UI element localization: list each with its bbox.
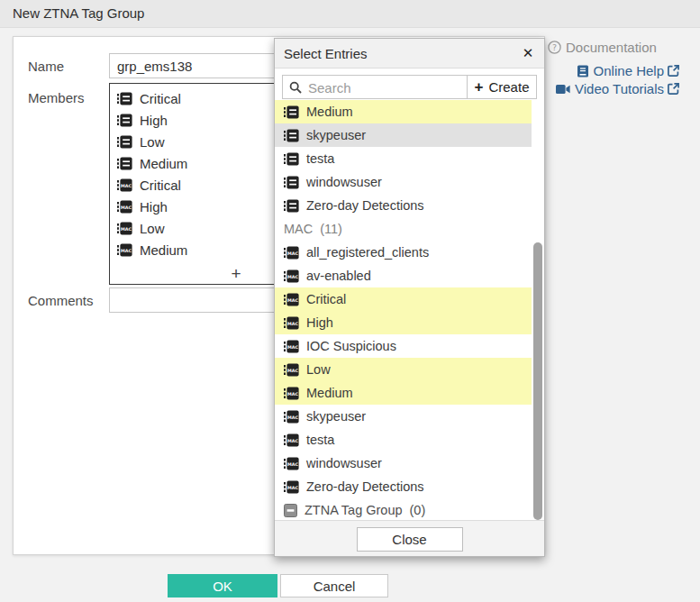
select-entries-popup: Select Entries ✕ + Create Mediumskypeuse… <box>274 38 545 557</box>
page-title: New ZTNA Tag Group <box>13 0 144 27</box>
external-link-icon <box>668 83 679 95</box>
entry-label: Zero-day Detections <box>306 198 424 213</box>
svg-text:MAC: MAC <box>287 297 298 302</box>
entry-row[interactable]: MACMedium <box>275 381 532 405</box>
create-button-label: Create <box>488 79 529 95</box>
svg-text:MAC: MAC <box>287 415 298 419</box>
mac-tag-icon: MAC <box>117 178 132 192</box>
entry-row[interactable]: MACall_registered_clients <box>275 241 532 264</box>
documentation-header-label: Documentation <box>566 40 657 55</box>
entry-label: Critical <box>306 292 346 306</box>
entry-row[interactable]: MACLow <box>275 358 532 381</box>
doc-link-label: Video Tutorials <box>575 81 664 96</box>
member-label: Medium <box>140 156 187 171</box>
entry-row[interactable]: Medium <box>275 100 532 123</box>
external-link-icon <box>668 65 679 77</box>
doc-link-video-tutorials[interactable]: Video Tutorials <box>548 81 679 96</box>
svg-text:?: ? <box>552 42 557 52</box>
entry-label: Medium <box>306 386 353 400</box>
entry-row[interactable]: MACtesta <box>275 428 532 452</box>
mac-tag-icon: MAC <box>284 316 299 330</box>
svg-text:MAC: MAC <box>121 248 132 252</box>
close-button[interactable]: Close <box>357 527 463 552</box>
entry-list: MediumskypeusertestawindowsuserZero-day … <box>275 100 544 522</box>
cancel-button[interactable]: Cancel <box>280 574 388 597</box>
entry-label: windowsuser <box>306 456 382 470</box>
ok-button[interactable]: OK <box>168 574 277 597</box>
plus-icon: + <box>475 79 484 95</box>
ztna-tag-icon <box>284 176 299 189</box>
entry-row[interactable]: windowsuser <box>275 170 532 194</box>
documentation-panel: ? Documentation Online HelpVideo Tutoria… <box>548 40 683 99</box>
mac-tag-icon: MAC <box>284 246 299 260</box>
doc-link-label: Online Help <box>594 63 664 78</box>
scrollbar-thumb[interactable] <box>533 242 542 520</box>
members-label: Members <box>28 90 85 105</box>
doc-link-online-help[interactable]: Online Help <box>548 63 679 78</box>
member-label: High <box>140 199 168 214</box>
add-member-icon[interactable]: + <box>227 265 245 283</box>
mac-tag-icon: MAC <box>284 410 299 424</box>
ztna-tag-icon <box>117 157 132 170</box>
entry-row[interactable]: MACwindowsuser <box>275 452 532 475</box>
group-collapse-icon <box>284 504 297 517</box>
entry-row[interactable]: MACCritical <box>275 287 532 311</box>
entry-section-header: MAC(11) <box>275 217 532 241</box>
entry-label: skypeuser <box>306 409 366 424</box>
member-label: Critical <box>140 178 181 193</box>
ztna-tag-icon <box>284 152 299 166</box>
svg-text:MAC: MAC <box>287 391 298 396</box>
member-label: Low <box>140 221 165 236</box>
svg-text:MAC: MAC <box>287 461 298 466</box>
entry-row[interactable]: Zero-day Detections <box>275 194 532 217</box>
entry-row[interactable]: MACIOC Suspicious <box>275 334 532 358</box>
mac-tag-icon: MAC <box>284 387 299 400</box>
entry-count: (11) <box>320 222 342 236</box>
svg-text:MAC: MAC <box>287 251 298 255</box>
entry-row[interactable]: MACZero-day Detections <box>275 475 532 498</box>
entry-row[interactable]: MACav-enabled <box>275 264 532 287</box>
svg-text:MAC: MAC <box>121 183 132 187</box>
svg-text:MAC: MAC <box>121 226 132 231</box>
entry-row[interactable]: skypeuser <box>275 123 532 147</box>
entry-label: skypeuser <box>306 128 366 142</box>
member-label: High <box>140 113 168 128</box>
entry-row[interactable]: testa <box>275 147 532 170</box>
entry-row[interactable]: ZTNA Tag Group(0) <box>275 498 532 522</box>
entry-label: Low <box>306 362 331 377</box>
entry-row[interactable]: MACHigh <box>275 311 532 334</box>
member-label: Low <box>140 134 165 150</box>
question-circle-icon: ? <box>548 41 561 54</box>
popup-header: Select Entries ✕ <box>275 39 544 68</box>
mac-tag-icon: MAC <box>284 269 299 283</box>
svg-text:MAC: MAC <box>287 321 298 325</box>
mac-tag-icon: MAC <box>284 480 299 494</box>
svg-text:MAC: MAC <box>287 485 298 489</box>
video-camera-icon <box>556 84 570 95</box>
entry-row[interactable]: MACskypeuser <box>275 405 532 428</box>
svg-text:MAC: MAC <box>287 438 298 442</box>
mac-tag-icon: MAC <box>117 243 132 257</box>
mac-tag-icon: MAC <box>284 293 299 306</box>
ztna-tag-icon <box>284 199 299 213</box>
ztna-tag-icon <box>117 92 132 105</box>
mac-tag-icon: MAC <box>117 222 132 235</box>
entry-label: Medium <box>306 105 353 119</box>
entry-label: IOC Suspicious <box>306 339 396 353</box>
entry-label: High <box>306 315 333 330</box>
entry-label: Zero-day Detections <box>306 479 424 494</box>
entry-count: (0) <box>410 503 426 517</box>
close-icon[interactable]: ✕ <box>520 45 536 61</box>
ztna-tag-icon <box>117 114 132 127</box>
create-button[interactable]: + Create <box>467 75 537 99</box>
svg-text:MAC: MAC <box>287 344 298 349</box>
search-icon <box>289 81 302 97</box>
entry-label: all_registered_clients <box>306 245 429 260</box>
comments-label: Comments <box>28 293 94 308</box>
entry-label: MAC <box>284 222 313 236</box>
documentation-header: ? Documentation <box>548 40 683 55</box>
popup-footer: Close <box>275 520 544 556</box>
search-input[interactable] <box>306 76 465 100</box>
svg-text:MAC: MAC <box>121 205 132 209</box>
ztna-tag-icon <box>117 135 132 149</box>
